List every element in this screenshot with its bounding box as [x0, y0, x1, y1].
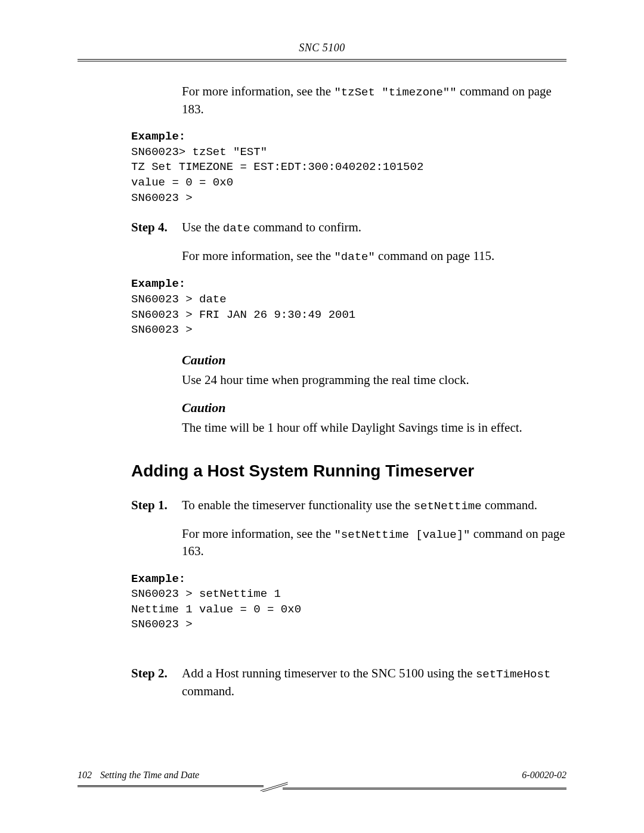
caution-heading: Caution	[182, 351, 566, 369]
inline-code: "date"	[334, 250, 374, 264]
caution-text: Use 24 hour time when programming the re…	[182, 371, 566, 388]
text: command on page 115.	[375, 249, 494, 263]
text: To enable the timeserver functionality u…	[182, 498, 414, 512]
step-2: Step 2. Add a Host running timeserver to…	[131, 665, 566, 699]
step4-info: For more information, see the "date" com…	[182, 247, 566, 265]
step-1: Step 1. To enable the timeserver functio…	[131, 497, 566, 515]
step-label: Step 1.	[131, 497, 182, 515]
footer: 102 Setting the Time and Date 6-00020-02	[78, 770, 566, 791]
footer-rule-left	[78, 785, 264, 787]
text: Use the	[182, 220, 223, 234]
footer-title: Setting the Time and Date	[100, 770, 199, 781]
step-body: Use the date command to confirm.	[182, 219, 566, 237]
inline-code: setNettime	[414, 500, 482, 513]
caution-text: The time will be 1 hour off while Daylig…	[182, 419, 566, 436]
running-header: SNC 5100	[78, 42, 566, 59]
page: SNC 5100 For more information, see the "…	[0, 0, 644, 833]
header-rule	[78, 59, 566, 61]
code-block: SN60023 > setNettime 1 Nettime 1 value =…	[131, 587, 566, 633]
inline-code: date	[223, 222, 250, 235]
footer-rule-right	[283, 788, 566, 789]
text: command.	[182, 684, 234, 698]
example-label: Example:	[131, 277, 566, 292]
step-body: Add a Host running timeserver to the SNC…	[182, 665, 566, 699]
page-number: 102	[78, 770, 92, 781]
example-label: Example:	[131, 129, 566, 145]
text: For more information, see the	[182, 84, 334, 98]
inline-code: "setNettime [value]"	[334, 528, 470, 541]
footer-left: 102 Setting the Time and Date	[78, 770, 199, 781]
step-label: Step 4.	[131, 219, 182, 237]
code-block: SN60023> tzSet "EST" TZ Set TIMEZONE = E…	[131, 145, 566, 206]
text: Add a Host running timeserver to the SNC…	[182, 666, 476, 680]
spacer	[78, 646, 566, 659]
inline-code: "tzSet "timezone""	[334, 86, 456, 99]
text: command to confirm.	[250, 220, 361, 234]
footer-rule-slash	[259, 781, 289, 792]
inline-code: setTimeHost	[476, 668, 550, 681]
text: command.	[482, 498, 537, 512]
text: For more information, see the	[182, 249, 334, 263]
text: For more information, see the	[182, 527, 334, 541]
section-heading: Adding a Host System Running Timeserver	[131, 460, 566, 482]
content-area: For more information, see the "tzSet "ti…	[78, 83, 566, 699]
footer-line: 102 Setting the Time and Date 6-00020-02	[78, 770, 566, 781]
step-body: To enable the timeserver functionality u…	[182, 497, 566, 515]
intro-paragraph: For more information, see the "tzSet "ti…	[182, 83, 566, 117]
step1-info: For more information, see the "setNettim…	[182, 525, 566, 560]
example-label: Example:	[131, 572, 566, 587]
caution-heading: Caution	[182, 399, 566, 417]
step-4: Step 4. Use the date command to confirm.	[131, 219, 566, 237]
code-block: SN60023 > date SN60023 > FRI JAN 26 9:30…	[131, 292, 566, 338]
step-label: Step 2.	[131, 665, 182, 699]
footer-docnum: 6-00020-02	[522, 770, 566, 781]
footer-rule	[78, 784, 566, 791]
